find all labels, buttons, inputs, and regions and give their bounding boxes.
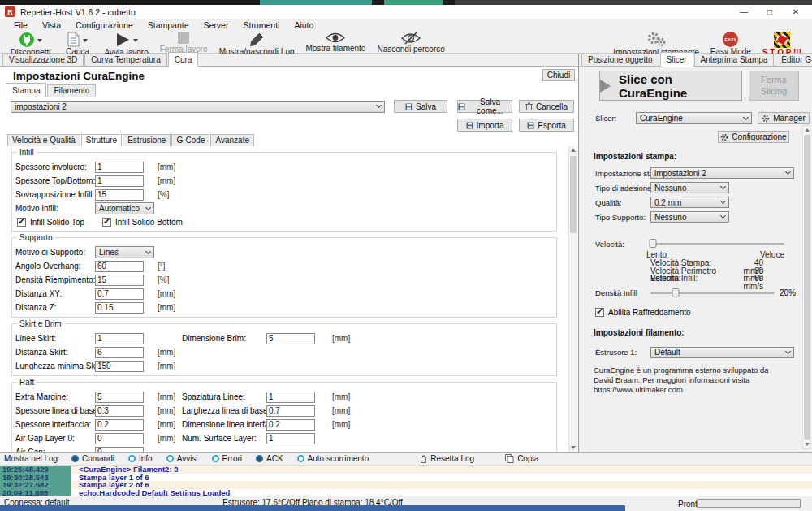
chevron-down-icon[interactable]: [37, 39, 42, 42]
tab-posizione-oggetto[interactable]: Posizione oggetto: [581, 54, 659, 66]
field-input[interactable]: [95, 405, 144, 417]
tab-visualizzazione-3d[interactable]: Visualizzazione 3D: [2, 54, 84, 66]
scroll-down-icon[interactable]: [803, 440, 811, 448]
menu-aiuto[interactable]: Aiuto: [287, 20, 321, 30]
right-scrollbar[interactable]: [802, 125, 810, 449]
disconnect-button[interactable]: Disconnetti: [5, 30, 56, 53]
menu-server[interactable]: Server: [197, 20, 236, 30]
print-preset-select[interactable]: impostazioni 2: [650, 167, 794, 179]
printer-settings-button[interactable]: Impostazioni stampante: [607, 30, 705, 53]
tab-curva-temperatura[interactable]: Curva Temperatura: [84, 54, 166, 66]
log-toggle-auto-scorrimento[interactable]: Auto scorrimento: [297, 454, 369, 463]
field-input[interactable]: [266, 333, 315, 344]
preset-select[interactable]: impostazioni 2: [11, 101, 385, 113]
tab-editor-gcode[interactable]: Editor G-Code: [775, 54, 812, 66]
infill-pattern-select[interactable]: Automatico: [95, 202, 154, 214]
subtab-avanzate[interactable]: Avanzate: [210, 134, 254, 146]
load-button[interactable]: Carica: [56, 30, 98, 53]
save-button[interactable]: Salva: [394, 100, 447, 113]
extruder-select[interactable]: Default: [650, 347, 794, 358]
field-input[interactable]: [95, 302, 144, 314]
save-as-button[interactable]: Salva come...: [457, 100, 512, 113]
field-input[interactable]: [95, 189, 144, 201]
toggle-icon: [256, 455, 263, 462]
maximize-button[interactable]: □: [758, 6, 781, 19]
menu-stampante[interactable]: Stampante: [140, 20, 197, 30]
infill-density-slider[interactable]: [650, 289, 775, 297]
reset-log-button[interactable]: Resetta Log: [420, 454, 474, 463]
close-button[interactable]: ✕: [784, 6, 807, 19]
scroll-up-icon[interactable]: [803, 126, 811, 134]
field-input[interactable]: [266, 433, 315, 444]
field-input[interactable]: [95, 175, 144, 187]
print-filament-tabstrip: Stampa Filamento: [5, 84, 96, 97]
field-input[interactable]: [95, 347, 144, 358]
infill-solid-top-checkbox[interactable]: Infill Solido Top: [17, 218, 102, 227]
left-scrollbar[interactable]: [568, 146, 577, 452]
copy-log-button[interactable]: Copia: [505, 454, 538, 463]
speed-slider[interactable]: [650, 240, 784, 248]
import-button[interactable]: Importa: [457, 119, 512, 132]
subtab-estrusione[interactable]: Estrusione: [123, 134, 171, 146]
menu-vista[interactable]: Vista: [35, 20, 68, 30]
slider-thumb[interactable]: [650, 239, 657, 248]
field-input[interactable]: [95, 392, 144, 403]
slider-thumb[interactable]: [672, 288, 679, 297]
field-input[interactable]: [95, 333, 144, 344]
menu-configurazione[interactable]: Configurazione: [68, 20, 140, 30]
infill-solid-bottom-checkbox[interactable]: Infill Solido Bottom: [102, 218, 188, 227]
easy-mode-button[interactable]: EASY Easy Mode: [705, 30, 757, 53]
cooling-checkbox[interactable]: Abilita Raffreddamento: [595, 308, 812, 317]
tab-anteprima-stampa[interactable]: Anteprima Stampa: [694, 54, 775, 66]
manager-label: Manager: [773, 114, 805, 123]
minimize-button[interactable]: —: [732, 6, 755, 19]
scrollbar-thumb[interactable]: [570, 156, 577, 233]
log-toggle-comandi[interactable]: Comandi: [71, 454, 114, 463]
delete-preset-button[interactable]: Cancella: [519, 100, 574, 113]
field-input[interactable]: [95, 419, 144, 431]
field-input[interactable]: [95, 288, 144, 300]
tab-stampa[interactable]: Stampa: [6, 83, 46, 97]
subtab-strutture[interactable]: Strutture: [81, 134, 122, 147]
chevron-down-icon[interactable]: [133, 39, 138, 42]
chevron-down-icon[interactable]: [83, 39, 88, 42]
menu-file[interactable]: File: [6, 20, 35, 30]
adhesion-select[interactable]: Nessuno: [650, 182, 729, 193]
field-input[interactable]: [95, 261, 144, 272]
export-button[interactable]: Esporta: [519, 119, 574, 132]
log-toggle-avvisi[interactable]: Avvisi: [166, 454, 198, 463]
show-filament-button[interactable]: Mostra filamento: [300, 30, 372, 53]
log-toggle-info[interactable]: Info: [128, 454, 153, 463]
start-job-button[interactable]: Avvia lavoro: [98, 30, 153, 53]
scroll-up-icon[interactable]: [569, 146, 577, 154]
toggle-log-button[interactable]: Mostra/nascondi Log: [214, 30, 300, 53]
tab-cura[interactable]: Cura: [168, 52, 199, 67]
quality-select[interactable]: 0.2 mm: [650, 197, 729, 208]
manager-button[interactable]: Manager: [758, 112, 810, 124]
scrollbar-thumb[interactable]: [804, 135, 810, 440]
subtab-gcode[interactable]: G-Code: [171, 134, 209, 146]
field-input[interactable]: [266, 419, 315, 431]
field-input[interactable]: [95, 433, 144, 444]
configuration-button[interactable]: Configurazione: [718, 131, 789, 143]
slice-button[interactable]: Slice con CuraEngine: [599, 71, 742, 101]
tab-slicer[interactable]: Slicer: [660, 52, 693, 67]
support-type-select[interactable]: Nessuno: [650, 211, 729, 223]
field-input[interactable]: [266, 405, 315, 417]
field-input[interactable]: [95, 361, 144, 372]
log-toggle-errori[interactable]: Errori: [212, 454, 242, 463]
field-input[interactable]: [95, 275, 144, 286]
emergency-stop-button[interactable]: S T O P !!!: [757, 30, 807, 53]
support-pattern-select[interactable]: Lines: [95, 246, 154, 258]
log-toggle-ack[interactable]: ACK: [256, 454, 283, 463]
field-input[interactable]: [266, 392, 315, 403]
menu-strumenti[interactable]: Strumenti: [235, 20, 287, 30]
slicer-select[interactable]: CuraEngine: [636, 112, 752, 124]
subtab-velocita-qualita[interactable]: Velocità e Qualità: [7, 134, 80, 146]
tab-filamento[interactable]: Filamento: [47, 84, 96, 97]
field-input[interactable]: [95, 162, 144, 173]
field-row: Spessore interfaccia: [mm] Dimensione li…: [12, 418, 556, 431]
hide-travel-button[interactable]: Nascondi percorso: [371, 30, 450, 53]
scroll-down-icon[interactable]: [569, 444, 577, 452]
close-settings-button[interactable]: Chiudi: [542, 69, 575, 81]
